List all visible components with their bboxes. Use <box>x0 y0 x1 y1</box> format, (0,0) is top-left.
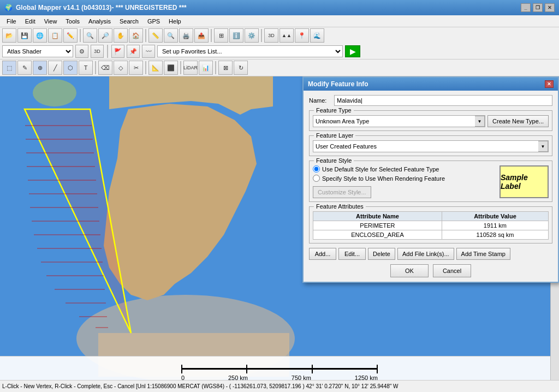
3d-view-btn[interactable]: 3D <box>91 45 104 58</box>
draw-line-btn[interactable]: ╱ <box>48 61 62 75</box>
globe-btn[interactable]: 🌐 <box>33 28 47 43</box>
draw-edit-btn[interactable]: ✎ <box>17 61 32 75</box>
draw-erase-btn[interactable]: ⌫ <box>98 61 112 75</box>
add-button[interactable]: Add... <box>309 248 336 260</box>
feature-layer-arrow[interactable]: ▼ <box>538 141 548 152</box>
radio-default-style[interactable] <box>313 165 320 173</box>
search-btn[interactable]: 🔍 <box>164 28 178 43</box>
sep8 <box>180 61 181 74</box>
edit-button[interactable]: Edit... <box>338 248 366 260</box>
save-btn[interactable]: 💾 <box>17 28 32 43</box>
measure-area-btn[interactable]: ⬛ <box>164 61 178 75</box>
status-bar: L-Click - New Vertex, R-Click - Complete… <box>0 380 559 392</box>
name-field-row: Name: <box>309 95 552 106</box>
create-new-type-button[interactable]: Create New Type... <box>487 115 549 127</box>
dialog-title-buttons: ✕ <box>545 80 554 88</box>
water-btn[interactable]: 🌊 <box>310 28 324 43</box>
scale-line-3 <box>313 368 377 370</box>
layers-btn[interactable]: 📋 <box>48 28 62 43</box>
lidar-btn[interactable]: LiDAR <box>183 61 198 75</box>
contour-btn[interactable]: ▲▲ <box>280 28 294 43</box>
draw-point-btn[interactable]: ⊕ <box>33 61 47 75</box>
open-btn[interactable]: 📂 <box>2 28 16 43</box>
status-text: L-Click - New Vertex, R-Click - Complete… <box>2 383 399 389</box>
feature-type-combo[interactable]: Unknown Area Type ▼ <box>313 115 485 127</box>
zoom-out-btn[interactable]: 🔎 <box>98 28 112 43</box>
feature-type-row: Unknown Area Type ▼ Create New Type... <box>313 115 549 127</box>
dialog-title-bar: Modify Feature Info ✕ <box>304 78 558 91</box>
shader-settings-btn[interactable]: ⚙ <box>75 45 88 58</box>
draw-poly-btn[interactable]: ⬡ <box>63 61 78 75</box>
draw-select-btn[interactable]: ⬚ <box>2 61 16 75</box>
menu-search[interactable]: Search <box>115 17 143 26</box>
restore-button[interactable]: ❐ <box>533 3 543 12</box>
menu-help[interactable]: Help <box>164 17 186 26</box>
path-btn[interactable]: 📍 <box>295 28 309 43</box>
3d-btn[interactable]: 3D <box>264 28 278 43</box>
sep6 <box>95 61 96 74</box>
draw-text-btn[interactable]: T <box>79 61 93 75</box>
analysis2-btn[interactable]: 📊 <box>199 61 213 75</box>
radio-default-label: Use Default Style for Selected Feature T… <box>322 166 439 173</box>
draw-split-btn[interactable]: ✂ <box>129 61 143 75</box>
export-btn[interactable]: 📤 <box>194 28 209 43</box>
sep9 <box>215 61 216 74</box>
home-btn[interactable]: 🏠 <box>129 28 143 43</box>
zoom-in-btn[interactable]: 🔍 <box>83 28 97 43</box>
play-button[interactable]: ▶ <box>345 45 360 57</box>
toolbar-area: 📂 💾 🌐 📋 ✏️ 🔍 🔎 ✋ 🏠 📏 🔍 🖨️ 📤 ⊞ ℹ️ ⚙️ 3D ▲… <box>0 27 559 60</box>
dialog-close-btn[interactable]: ✕ <box>545 80 554 88</box>
name-input[interactable] <box>334 95 552 106</box>
pan-btn[interactable]: ✋ <box>114 28 128 43</box>
draw-node-btn[interactable]: ◇ <box>114 61 128 75</box>
scale-line-2 <box>247 368 311 370</box>
fav-list-select[interactable]: Set up Favorites List... <box>157 45 343 57</box>
menu-edit[interactable]: Edit <box>21 17 40 26</box>
menu-view[interactable]: View <box>40 17 62 26</box>
add-time-stamp-button[interactable]: Add Time Stamp <box>456 248 510 260</box>
feature-type-arrow[interactable]: ▼ <box>475 116 485 127</box>
track-btn[interactable]: 〰 <box>142 45 155 58</box>
grid-btn[interactable]: ⊞ <box>214 28 228 43</box>
add-file-link-button[interactable]: Add File Link(s)... <box>397 248 454 260</box>
menu-file[interactable]: File <box>2 17 21 26</box>
radio-specify-style[interactable] <box>313 175 320 182</box>
attributes-table: Attribute Name Attribute Value PERIMETER… <box>313 211 549 240</box>
print-btn[interactable]: 🖨️ <box>179 28 193 43</box>
feature-style-legend: Feature Style <box>314 157 354 164</box>
table-row: ENCLOSED_AREA 110528 sq km <box>313 230 549 240</box>
menu-tools[interactable]: Tools <box>61 17 84 26</box>
rotate-btn[interactable]: ↻ <box>234 61 248 75</box>
cancel-button[interactable]: Cancel <box>433 264 471 277</box>
feature-layer-combo[interactable]: User Created Features ▼ <box>313 140 549 152</box>
radio-row-1: Use Default Style for Selected Feature T… <box>313 165 495 173</box>
minimize-button[interactable]: _ <box>521 3 531 12</box>
menu-gps[interactable]: GPS <box>143 17 164 26</box>
attr-name-perimeter: PERIMETER <box>313 221 442 230</box>
feature-layer-legend: Feature Layer <box>314 132 355 139</box>
waypoint-btn[interactable]: 📌 <box>127 45 140 58</box>
feature-type-value: Unknown Area Type <box>313 116 475 127</box>
toolbar-row-2: Atlas Shader ⚙ 3D 🚩 📌 〰 Set up Favorites… <box>0 44 559 59</box>
modify-feature-dialog: Modify Feature Info ✕ Name: Feature Type… <box>302 76 559 283</box>
menu-analysis[interactable]: Analysis <box>84 17 115 26</box>
info-btn[interactable]: ℹ️ <box>229 28 243 43</box>
measure-dist-btn[interactable]: 📐 <box>148 61 163 75</box>
radio-specify-label: Specify Style to Use When Rendering Feat… <box>322 175 445 182</box>
flag-btn[interactable]: 🚩 <box>111 45 124 58</box>
title-bar: 🌍 Global Mapper v14.1 (b043013)- *** UNR… <box>0 0 559 15</box>
atlas-shader-select[interactable]: Atlas Shader <box>2 45 73 57</box>
crop-btn[interactable]: ⊠ <box>218 61 233 75</box>
delete-button[interactable]: Delete <box>368 248 395 260</box>
sep5 <box>107 45 108 58</box>
ok-button[interactable]: OK <box>390 264 429 277</box>
edit-tool-btn[interactable]: ✏️ <box>63 28 78 43</box>
dialog-body: Name: Feature Type Unknown Area Type ▼ C… <box>304 91 558 282</box>
close-button[interactable]: ✕ <box>545 3 555 12</box>
scale-line-container <box>181 365 378 373</box>
measure-btn[interactable]: 📏 <box>148 28 163 43</box>
draw-toolbar: ⬚ ✎ ⊕ ╱ ⬡ T ⌫ ◇ ✂ 📐 ⬛ LiDAR 📊 ⊠ ↻ <box>0 60 559 76</box>
sep7 <box>145 61 146 74</box>
title-bar-controls: _ ❐ ✕ <box>521 3 555 12</box>
config-btn[interactable]: ⚙️ <box>245 28 259 43</box>
